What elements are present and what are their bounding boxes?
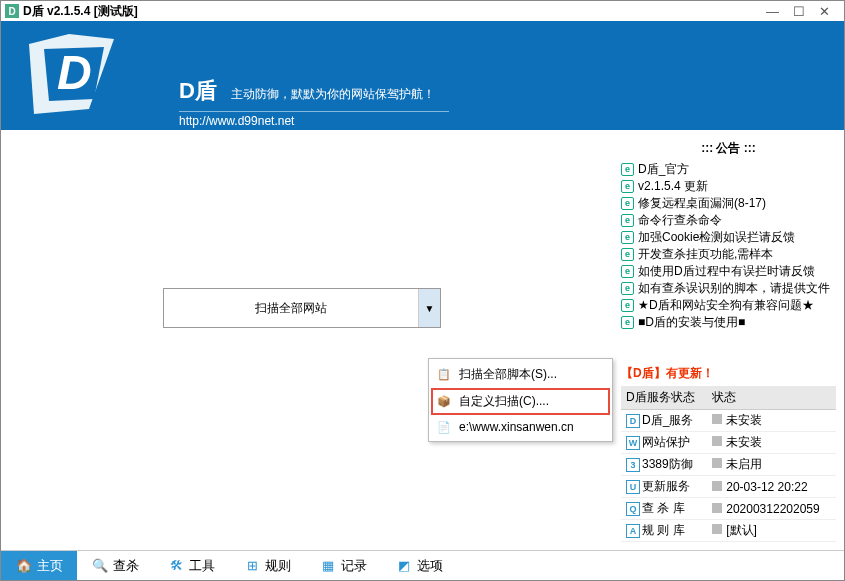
announce-text: 加强Cookie检测如误拦请反馈 xyxy=(638,229,795,246)
menu-label: e:\www.xinsanwen.cn xyxy=(459,420,574,434)
status-indicator xyxy=(712,414,722,424)
col-service: D盾服务状态 xyxy=(621,386,707,410)
menu-label: 扫描全部脚本(S)... xyxy=(459,366,557,383)
tab-label: 工具 xyxy=(189,557,215,575)
menu-custom-scan[interactable]: 📦 自定义扫描(C).... xyxy=(431,388,610,415)
status-text: 20200312202059 xyxy=(726,502,819,516)
bottom-nav: 🏠 主页 🔍 查杀 🛠 工具 ⊞ 规则 ▦ 记录 ◩ 选项 xyxy=(1,550,844,580)
announce-item[interactable]: e命令行查杀命令 xyxy=(621,212,836,229)
service-icon: W xyxy=(626,436,640,450)
service-icon: U xyxy=(626,480,640,494)
combo-label: 扫描全部网站 xyxy=(164,300,418,317)
package-icon: 📦 xyxy=(437,395,451,409)
close-button[interactable]: ✕ xyxy=(819,4,830,19)
announce-item[interactable]: e修复远程桌面漏洞(8-17) xyxy=(621,195,836,212)
status-text: 未安装 xyxy=(726,413,762,427)
announce-item[interactable]: eD盾_官方 xyxy=(621,161,836,178)
table-row: U更新服务20-03-12 20:22 xyxy=(621,476,836,498)
tab-label: 记录 xyxy=(341,557,367,575)
e-icon: e xyxy=(621,316,634,329)
service-name: 规 则 库 xyxy=(642,523,685,537)
status-text: 未安装 xyxy=(726,435,762,449)
brand-url[interactable]: http://www.d99net.net xyxy=(179,111,449,128)
tab-label: 规则 xyxy=(265,557,291,575)
col-status: 状态 xyxy=(707,386,836,410)
scan-target-combo[interactable]: 扫描全部网站 ▼ xyxy=(163,288,441,328)
announce-title: ::: 公告 ::: xyxy=(621,140,836,157)
announce-item[interactable]: e■D盾的安装与使用■ xyxy=(621,314,836,331)
tab-home[interactable]: 🏠 主页 xyxy=(1,551,77,580)
service-name: 3389防御 xyxy=(642,457,693,471)
service-name: 网站保护 xyxy=(642,435,690,449)
service-status-table: D盾服务状态 状态 DD盾_服务未安装W网站保护未安装33389防御未启用U更新… xyxy=(621,386,836,542)
table-row: W网站保护未安装 xyxy=(621,432,836,454)
options-icon: ◩ xyxy=(395,557,413,575)
minimize-button[interactable]: — xyxy=(766,4,779,19)
scan-context-menu: 📋 扫描全部脚本(S)... 📦 自定义扫描(C).... 📄 e:\www.x… xyxy=(428,358,613,442)
e-icon: e xyxy=(621,265,634,278)
announce-item[interactable]: e★D盾和网站安全狗有兼容问题★ xyxy=(621,297,836,314)
combo-dropdown-button[interactable]: ▼ xyxy=(418,289,440,327)
tab-rules[interactable]: ⊞ 规则 xyxy=(229,551,305,580)
service-name: D盾_服务 xyxy=(642,413,693,427)
status-text: 20-03-12 20:22 xyxy=(726,480,807,494)
announce-item[interactable]: e如有查杀误识别的脚本，请提供文件 xyxy=(621,280,836,297)
tab-options[interactable]: ◩ 选项 xyxy=(381,551,457,580)
tab-tools[interactable]: 🛠 工具 xyxy=(153,551,229,580)
service-icon: A xyxy=(626,524,640,538)
service-name: 查 杀 库 xyxy=(642,501,685,515)
e-icon: e xyxy=(621,282,634,295)
announce-text: 如使用D盾过程中有误拦时请反馈 xyxy=(638,263,815,280)
svg-text:D: D xyxy=(57,46,92,99)
table-row: DD盾_服务未安装 xyxy=(621,410,836,432)
home-icon: 🏠 xyxy=(15,557,33,575)
search-icon: 🔍 xyxy=(91,557,109,575)
status-indicator xyxy=(712,458,722,468)
document-icon: 📄 xyxy=(437,420,451,434)
status-text: 未启用 xyxy=(726,457,762,471)
tab-scan[interactable]: 🔍 查杀 xyxy=(77,551,153,580)
table-row: Q查 杀 库20200312202059 xyxy=(621,498,836,520)
announce-item[interactable]: e开发查杀挂页功能,需样本 xyxy=(621,246,836,263)
status-indicator xyxy=(712,481,722,491)
tools-icon: 🛠 xyxy=(167,557,185,575)
announcement-panel: ::: 公告 ::: eD盾_官方ev2.1.5.4 更新e修复远程桌面漏洞(8… xyxy=(621,140,836,331)
e-icon: e xyxy=(621,231,634,244)
status-text: [默认] xyxy=(726,523,757,537)
logs-icon: ▦ xyxy=(319,557,337,575)
announce-item[interactable]: e加强Cookie检测如误拦请反馈 xyxy=(621,229,836,246)
menu-label: 自定义扫描(C).... xyxy=(459,393,549,410)
status-indicator xyxy=(712,524,722,534)
tab-logs[interactable]: ▦ 记录 xyxy=(305,551,381,580)
app-icon: D xyxy=(5,4,19,18)
announce-text: 开发查杀挂页功能,需样本 xyxy=(638,246,773,263)
announce-text: 命令行查杀命令 xyxy=(638,212,722,229)
announce-item[interactable]: e如使用D盾过程中有误拦时请反馈 xyxy=(621,263,836,280)
logo-icon: D xyxy=(19,29,159,124)
table-row: A规 则 库[默认] xyxy=(621,520,836,542)
status-indicator xyxy=(712,503,722,513)
brand-name: D盾 xyxy=(179,78,217,103)
e-icon: e xyxy=(621,180,634,193)
e-icon: e xyxy=(621,299,634,312)
e-icon: e xyxy=(621,248,634,261)
announce-text: 如有查杀误识别的脚本，请提供文件 xyxy=(638,280,830,297)
service-icon: 3 xyxy=(626,458,640,472)
rules-icon: ⊞ xyxy=(243,557,261,575)
service-icon: Q xyxy=(626,502,640,516)
menu-path-item[interactable]: 📄 e:\www.xinsanwen.cn xyxy=(431,415,610,439)
service-name: 更新服务 xyxy=(642,479,690,493)
status-indicator xyxy=(712,436,722,446)
menu-scan-all-scripts[interactable]: 📋 扫描全部脚本(S)... xyxy=(431,361,610,388)
tab-label: 选项 xyxy=(417,557,443,575)
announce-text: D盾_官方 xyxy=(638,161,689,178)
e-icon: e xyxy=(621,163,634,176)
update-heading: 【D盾】有更新！ xyxy=(621,365,836,382)
brand-slogan: 主动防御，默默为你的网站保驾护航！ xyxy=(231,87,435,101)
service-icon: D xyxy=(626,414,640,428)
announce-item[interactable]: ev2.1.5.4 更新 xyxy=(621,178,836,195)
maximize-button[interactable]: ☐ xyxy=(793,4,805,19)
window-title: D盾 v2.1.5.4 [测试版] xyxy=(23,3,138,20)
table-row: 33389防御未启用 xyxy=(621,454,836,476)
announce-text: ★D盾和网站安全狗有兼容问题★ xyxy=(638,297,814,314)
